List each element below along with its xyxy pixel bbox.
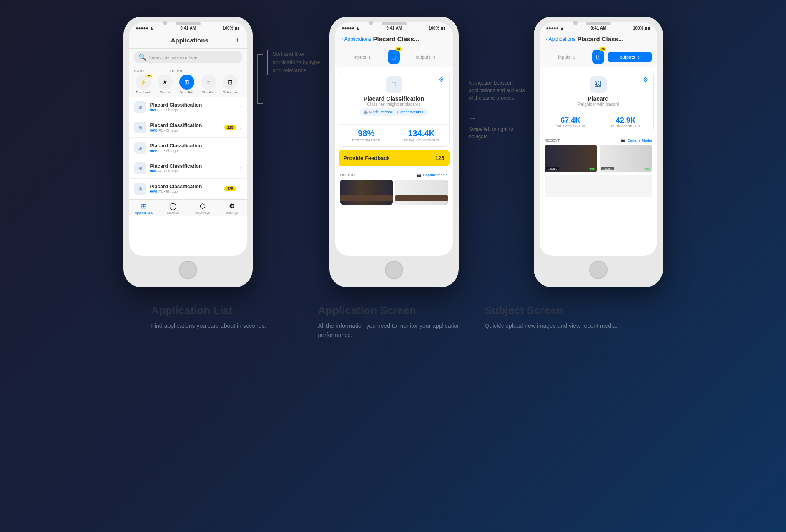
train-image-2 (395, 180, 448, 205)
consensus-value: 134.4K (398, 129, 445, 138)
settings-tab-icon: ⚙ (229, 202, 235, 210)
time-display: 9:41 AM (180, 26, 196, 30)
subject-title: Placard (588, 95, 609, 102)
recent-conf-2: 99% (644, 167, 650, 170)
inputs-tab-3[interactable]: inputs 1 (545, 52, 589, 62)
signal-indicator: ●●●●● (136, 26, 148, 30)
capture-media-btn[interactable]: 📷 Capture Media (417, 173, 447, 177)
app-icon-3: ⊞ (134, 142, 146, 154)
tab-gateways[interactable]: ⬡ Gateways (188, 202, 218, 215)
app-card-2: ⚙ ⊞ Placard Classification Classifies fr… (339, 71, 450, 147)
classification-label-filter: Classific. (201, 90, 215, 94)
camera-icon-3: 📷 (621, 138, 625, 142)
filter-detection[interactable]: ⊞ Detection (178, 75, 196, 94)
app-name-4: Placard Classification (150, 163, 236, 169)
back-button-2[interactable]: ‹ Applications (342, 36, 372, 42)
app-icon-5: ⊞ (134, 183, 146, 195)
model-release-text: Model release + 3 other events > (369, 110, 424, 114)
home-button-3[interactable] (589, 261, 608, 279)
train-image-1 (340, 180, 393, 205)
inputs-label: inputs (354, 55, 366, 60)
time-2: 9:41 AM (386, 26, 402, 30)
model-icon: 🤖 (364, 110, 368, 114)
feedback-icon: ⚡ (140, 79, 147, 85)
desc-title-2: Application Screen (318, 304, 468, 317)
status-bar-1: ●●●●● ▲ 9:41 AM 100% ▮▮ (129, 22, 247, 32)
middle-icon: ⊞ (391, 53, 397, 61)
outputs-tab-3[interactable]: outputs 3 (608, 52, 652, 62)
stats-row-2: 98% PERFORMANCE 134.4K TOTAL CONSENSUS (339, 124, 449, 146)
inputs-tab[interactable]: inputs 1 (340, 52, 385, 62)
desc-subject-screen: Subject Screen Quickly upload new images… (477, 304, 643, 340)
false-consensus: 42.9K FALSE CONSENSUS (598, 112, 653, 132)
wifi-3: ▲ (560, 26, 564, 30)
desc-app-list: Application List Find applications you c… (143, 304, 310, 340)
subjects-tab-icon: ◯ (169, 202, 177, 210)
app-item-5[interactable]: ⊞ Placard Classification 96% F1 • 5h ago… (129, 179, 247, 199)
filter-icons-row: ⚡ 8 Feedback ★ Recent (134, 75, 242, 94)
app-badge-2: 125 (224, 125, 236, 130)
capture-media-btn-3[interactable]: 📷 Capture Media (621, 138, 652, 142)
output-header: OUTPUT 📷 Capture Media (340, 173, 448, 177)
nav-title-2: Placard Class... (373, 35, 419, 42)
app-item-3[interactable]: ⊞ Placard Classification 96% F1 • 5h ago… (129, 138, 247, 158)
performance-label: PERFORMANCE (343, 138, 390, 142)
card-title-2: Placard Classification (364, 95, 424, 102)
output-section: OUTPUT 📷 Capture Media (335, 170, 453, 206)
recent-icon: ★ (162, 79, 168, 85)
tab-subjects[interactable]: ◯ Subjects (158, 202, 188, 215)
feedback-label-filter: Feedback (136, 90, 151, 94)
status-bar-2: ●●●●● ▲ 9:41 AM 100% ▮▮ (335, 22, 453, 32)
back-button-3[interactable]: ‹ Applications (546, 36, 576, 42)
middle-tab[interactable]: ⊞ 69 (388, 50, 400, 64)
recent-item-1[interactable]: placard 99% (545, 145, 597, 172)
filter-detection-2[interactable]: ⊡ Detection (221, 75, 239, 94)
sort-label: SORT (134, 69, 145, 73)
add-button-1[interactable]: + (235, 35, 240, 45)
tab-applications[interactable]: ⊞ Applications (129, 202, 159, 215)
annotation-navigation-text: Navigation between applications and subj… (469, 79, 527, 102)
wifi-indicator: ▲ (150, 26, 154, 30)
card-subtitle-2: Classifies freightcar placards (367, 102, 421, 107)
filter-feedback[interactable]: ⚡ 8 Feedback (134, 75, 153, 94)
false-consensus-label: FALSE CONSENSUS (603, 125, 649, 128)
app-info-5: Placard Classification 96% F1 • 5h ago (150, 184, 221, 194)
bottom-tabs-1: ⊞ Applications ◯ Subjects ⬡ Gateways ⚙ S… (129, 199, 247, 216)
phone-3: ●●●●● ▲ 9:41 AM 100% ▮▮ ‹ Applications P… (534, 17, 663, 287)
app-item-2[interactable]: ⊞ Placard Classification 96% F1 • 5h ago… (129, 117, 247, 138)
camera-icon: 📷 (417, 173, 421, 177)
recent-label: RECENT (545, 138, 560, 142)
tab-settings[interactable]: ⚙ Settings (217, 202, 247, 215)
filter-recent[interactable]: ★ Recent (156, 75, 174, 94)
app-item-1[interactable]: ⊞ Placard Classification 96% F1 • 5h ago… (129, 97, 247, 117)
filter-label: FILTER (170, 69, 183, 73)
chevron-icon-4: › (240, 165, 242, 171)
gear-icon-3[interactable]: ⚙ (643, 76, 648, 83)
performance-value: 98% (343, 129, 390, 138)
capture-text: Capture Media (423, 173, 447, 177)
seg-badge: 69 (395, 47, 402, 51)
subjects-tab-label: Subjects (167, 211, 180, 215)
app-item-4[interactable]: ⊞ Placard Classification 96% F1 • 5h ago… (129, 158, 247, 179)
middle-tab-3[interactable]: ⊞ 69 (592, 50, 604, 64)
detection2-label-filter: Detection (223, 90, 237, 94)
model-release-btn[interactable]: 🤖 Model release + 3 other events > (359, 108, 429, 116)
gear-icon-2[interactable]: ⚙ (439, 76, 444, 83)
recent-item-2[interactable]: placard 99% (600, 145, 652, 172)
detection-icon: ⊞ (184, 79, 189, 85)
consensus-label: TOTAL CONSENSUS (398, 138, 445, 142)
outputs-tab[interactable]: outputs 3 (403, 52, 448, 62)
app-info-2: Placard Classification 96% F1 • 5h ago (150, 122, 221, 132)
desc-subtitle-1: Find applications you care about in seco… (151, 321, 301, 330)
home-button-1[interactable] (179, 261, 197, 279)
recent-label-filter: Recent (160, 90, 170, 94)
filter-classification[interactable]: ≡ Classific. (199, 75, 218, 94)
swipe-note: Swipe left or right to navigate (469, 125, 527, 140)
middle-icon-3: ⊞ (595, 53, 601, 61)
nav-title-1: Applications (171, 37, 208, 44)
feedback-button[interactable]: Provide Feedback 125 (339, 150, 450, 166)
output-image-1 (340, 180, 393, 205)
home-button-2[interactable] (385, 261, 403, 279)
search-input-1[interactable]: 🔍 Search by name or type (134, 51, 242, 63)
annotation-text-1: Sort and filter applications by type and… (267, 50, 329, 75)
